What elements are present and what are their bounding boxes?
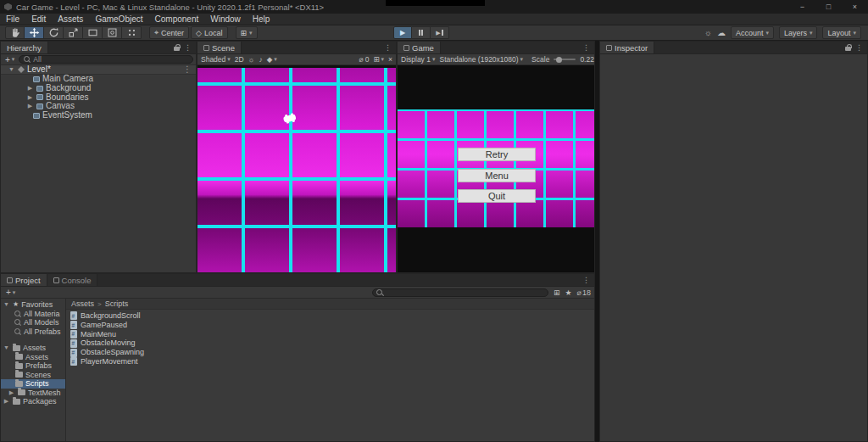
favorites-star-icon[interactable]: ★	[565, 288, 571, 297]
hidden-packages-count[interactable]: ⌀ 18	[577, 288, 591, 297]
lock-icon[interactable]	[845, 44, 851, 51]
effects-dropdown[interactable]: ◆ ▾	[267, 55, 277, 64]
panel-menu-icon[interactable]: ⋮	[855, 43, 863, 52]
folder-textmesh[interactable]: ▶ TextMesh	[1, 389, 65, 398]
asset-labels-icon[interactable]: ⊞	[554, 288, 560, 297]
menu-window[interactable]: Window	[204, 14, 247, 25]
rect-tool-icon[interactable]	[83, 26, 103, 39]
rotation-toggle[interactable]: ◇ Local	[191, 26, 227, 39]
menu-gameobject[interactable]: GameObject	[89, 14, 148, 25]
folder-icon	[13, 399, 20, 405]
hidden-objects-toggle[interactable]: ⌀ 0	[359, 55, 370, 64]
effects-icon: ◆	[267, 55, 273, 64]
tab-console[interactable]: Console	[47, 274, 98, 286]
step-button[interactable]: ▶	[431, 26, 449, 39]
panel-menu-icon[interactable]: ⋮	[582, 43, 590, 52]
transform-tool-icon[interactable]	[103, 26, 122, 39]
script-file-mainmenu[interactable]: MainMenu	[66, 330, 594, 339]
pause-button[interactable]	[412, 26, 431, 39]
play-button[interactable]: ▶	[393, 26, 412, 39]
script-file-gamepaused[interactable]: GamePaused	[66, 321, 594, 330]
account-dropdown[interactable]: Account ▾	[731, 26, 774, 39]
breadcrumb-scripts[interactable]: Scripts	[105, 299, 129, 308]
hierarchy-item-background[interactable]: ▶ Background	[1, 84, 196, 93]
script-file-backgroundscroll[interactable]: BackgroundScroll	[66, 311, 594, 321]
scene-view-panel: Scene ⋮ Shaded ▾ 2D ☼ ♪ ◆ ▾ ⌀ 0	[197, 41, 397, 273]
search-scope-label: All	[33, 55, 41, 64]
hierarchy-item-main-camera[interactable]: Main Camera	[1, 75, 196, 84]
project-search-input[interactable]	[372, 288, 548, 297]
scene-menu-icon[interactable]: ⋮	[183, 65, 196, 74]
scale-slider-knob[interactable]	[556, 57, 562, 63]
cloud-collab-icon[interactable]: ☁	[717, 28, 726, 37]
panel-menu-icon[interactable]: ⋮	[582, 276, 590, 284]
tab-game[interactable]: Game	[398, 42, 441, 53]
game-viewport[interactable]: Retry Menu Quit	[398, 65, 594, 272]
favorite-all-prefabs[interactable]: All Prefabs	[1, 327, 65, 337]
pivot-toggle[interactable]: ⌖ Center	[149, 26, 189, 39]
progress-activity-icon[interactable]: ☼	[704, 28, 712, 37]
assets-root[interactable]: ▼ Assets	[1, 344, 65, 353]
game-retry-button[interactable]: Retry	[458, 148, 536, 161]
aspect-dropdown[interactable]: Standalone (1920x1080) ▾	[439, 55, 523, 64]
scene-viewport[interactable]	[198, 65, 396, 272]
hierarchy-item-boundaries[interactable]: ▶ Boundaries	[1, 93, 196, 103]
hierarchy-item-canvas[interactable]: ▶ Canvas	[1, 102, 196, 111]
minimize-button[interactable]: −	[789, 0, 815, 14]
favorites-root[interactable]: ▼ ★ Favorites	[1, 300, 65, 310]
panel-menu-icon[interactable]: ⋮	[384, 43, 392, 52]
custom-tool-icon[interactable]	[122, 26, 142, 39]
folder-scenes[interactable]: Scenes	[1, 371, 65, 380]
folder-assets[interactable]: Assets	[1, 353, 65, 362]
folder-scripts-selected[interactable]: Scripts	[1, 379, 65, 389]
layout-dropdown[interactable]: Layout ▾	[822, 26, 861, 39]
menu-assets[interactable]: Assets	[52, 14, 89, 25]
maximize-button[interactable]: □	[815, 0, 842, 14]
display-dropdown[interactable]: Display 1 ▾	[401, 55, 435, 64]
script-file-obstaclespawning[interactable]: ObstacleSpawning	[66, 348, 594, 357]
tree-collapsed-icon[interactable]: ▶	[26, 93, 34, 103]
menu-file[interactable]: File	[0, 14, 25, 25]
scene-close-icon[interactable]: ×	[388, 55, 392, 64]
packages-root[interactable]: ▶ Packages	[1, 397, 65, 406]
script-file-obstaclemoving[interactable]: ObstacleMoving	[66, 338, 594, 348]
scene-header-level[interactable]: ▼ Level* ⋮	[1, 65, 196, 75]
grid-visibility-dropdown[interactable]: ⊞ ▾	[373, 55, 384, 64]
game-menu-button[interactable]: Menu	[458, 169, 536, 182]
tree-expanded-icon[interactable]: ▼	[8, 65, 15, 74]
menu-help[interactable]: Help	[247, 14, 276, 25]
tree-collapsed-icon[interactable]: ▶	[26, 102, 34, 111]
tab-scene[interactable]: Scene	[198, 42, 242, 53]
script-file-playermovement[interactable]: PlayerMovement	[66, 357, 594, 366]
close-button[interactable]: ×	[842, 0, 868, 14]
tab-hierarchy[interactable]: Hierarchy	[1, 42, 48, 53]
tab-inspector[interactable]: Inspector	[600, 42, 654, 53]
menu-component[interactable]: Component	[149, 14, 205, 25]
hand-tool-icon[interactable]	[5, 26, 25, 39]
scale-slider[interactable]	[554, 59, 576, 60]
scale-tool-icon[interactable]	[64, 26, 83, 39]
move-tool-icon[interactable]	[25, 26, 44, 39]
panel-menu-icon[interactable]: ⋮	[184, 43, 192, 52]
player-car-sprite[interactable]	[282, 113, 298, 124]
menu-edit[interactable]: Edit	[25, 14, 52, 25]
rotate-tool-icon[interactable]	[44, 26, 64, 39]
game-quit-button[interactable]: Quit	[458, 189, 536, 203]
hierarchy-search-input[interactable]: All	[19, 55, 193, 64]
tree-collapsed-icon[interactable]: ▶	[26, 84, 34, 93]
scene-audio-icon[interactable]: ♪	[259, 55, 263, 64]
breadcrumb-assets[interactable]: Assets	[71, 299, 94, 308]
create-object-button[interactable]: + ▾	[3, 55, 16, 64]
hierarchy-item-eventsystem[interactable]: EventSystem	[1, 111, 196, 120]
favorite-all-materials[interactable]: All Materia	[1, 310, 65, 319]
layers-dropdown[interactable]: Layers ▾	[779, 26, 818, 39]
grid-snapping-button[interactable]: ⊞ ▾	[236, 26, 258, 39]
scene-lighting-icon[interactable]: ☼	[248, 55, 255, 64]
create-asset-button[interactable]: + ▾	[4, 288, 17, 297]
folder-prefabs[interactable]: Prefabs	[1, 361, 65, 371]
shading-mode-dropdown[interactable]: Shaded ▾	[201, 55, 231, 64]
2d-toggle[interactable]: 2D	[235, 55, 244, 64]
favorite-all-models[interactable]: All Models	[1, 318, 65, 327]
tab-project[interactable]: Project	[1, 274, 47, 286]
lock-icon[interactable]	[174, 44, 180, 51]
